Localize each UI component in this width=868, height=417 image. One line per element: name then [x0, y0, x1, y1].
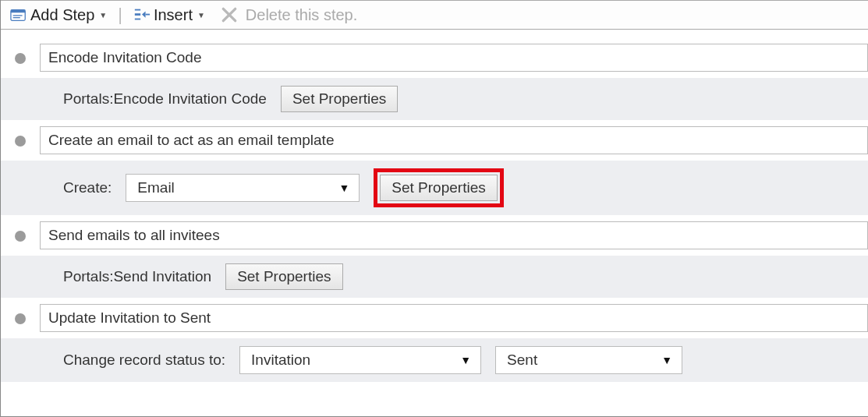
create-entity-select[interactable]: Email ▼: [126, 174, 360, 202]
step-title-input[interactable]: [40, 44, 868, 72]
step-detail-row: Create: Email ▼ Set Properties: [1, 161, 868, 215]
step-send-emails: Portals:Send Invitation Set Properties: [1, 215, 868, 298]
insert-label: Insert: [154, 6, 193, 24]
workflow-editor: Add Step ▼ | Insert ▼ Delete this step.: [0, 0, 868, 417]
steps-list: Portals:Encode Invitation Code Set Prope…: [1, 30, 868, 382]
svg-rect-1: [11, 10, 25, 13]
step-title-input[interactable]: [40, 304, 868, 332]
step-bullet-icon: [15, 136, 26, 147]
step-encode: Portals:Encode Invitation Code Set Prope…: [1, 37, 868, 120]
status-entity-select[interactable]: Invitation ▼: [239, 346, 481, 374]
insert-icon: [133, 7, 151, 23]
status-value-select[interactable]: Sent ▼: [495, 346, 682, 374]
step-title-input[interactable]: [40, 126, 868, 154]
svg-marker-7: [142, 11, 146, 17]
chevron-down-icon: ▼: [460, 354, 471, 366]
step-bullet-icon: [15, 53, 26, 64]
step-header-row: [1, 120, 868, 161]
delete-step-label: Delete this step.: [246, 6, 357, 24]
add-step-label: Add Step: [30, 6, 94, 24]
step-title-input[interactable]: [40, 221, 868, 249]
step-bullet-icon: [15, 313, 26, 324]
step-header-row: [1, 215, 868, 256]
step-detail-row: Portals:Send Invitation Set Properties: [1, 256, 868, 298]
step-action-label: Portals:Encode Invitation Code: [63, 90, 267, 108]
insert-button[interactable]: Insert ▼: [130, 5, 208, 26]
add-step-button[interactable]: Add Step ▼: [7, 5, 110, 26]
step-header-row: [1, 298, 868, 338]
close-icon: [221, 6, 238, 23]
create-label: Create:: [63, 179, 112, 196]
chevron-down-icon: ▼: [197, 11, 205, 19]
set-properties-button[interactable]: Set Properties: [225, 263, 342, 290]
select-value: Invitation: [251, 352, 310, 369]
step-create-email: Create: Email ▼ Set Properties: [1, 120, 868, 215]
add-step-icon: [10, 7, 27, 23]
chevron-down-icon: ▼: [661, 354, 672, 366]
change-status-label: Change record status to:: [63, 352, 225, 369]
step-action-label: Portals:Send Invitation: [63, 268, 211, 285]
toolbar: Add Step ▼ | Insert ▼ Delete this step.: [1, 0, 868, 30]
step-update-status: Change record status to: Invitation ▼ Se…: [1, 298, 868, 382]
step-detail-row: Portals:Encode Invitation Code Set Prope…: [1, 78, 868, 120]
toolbar-separator: |: [115, 5, 126, 25]
set-properties-button[interactable]: Set Properties: [380, 175, 497, 201]
chevron-down-icon: ▼: [99, 11, 107, 19]
select-value: Sent: [507, 352, 537, 369]
svg-rect-8: [135, 13, 140, 16]
chevron-down-icon: ▼: [338, 182, 349, 194]
set-properties-button[interactable]: Set Properties: [281, 86, 398, 112]
step-header-row: [1, 37, 868, 78]
delete-step-button: Delete this step.: [218, 5, 360, 26]
select-value: Email: [137, 179, 175, 196]
step-detail-row: Change record status to: Invitation ▼ Se…: [1, 338, 868, 382]
highlighted-set-properties: Set Properties: [374, 168, 503, 207]
step-bullet-icon: [15, 231, 26, 242]
